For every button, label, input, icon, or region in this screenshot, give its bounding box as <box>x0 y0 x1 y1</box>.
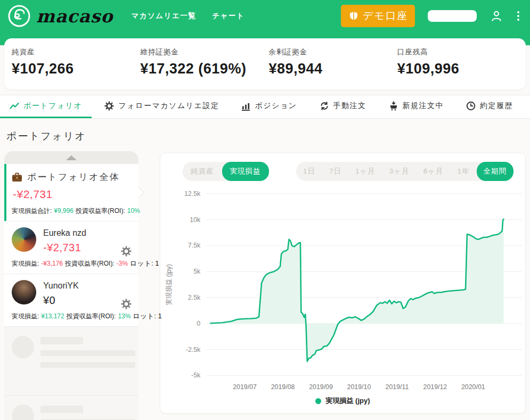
nav-chart[interactable]: チャート <box>212 11 244 21</box>
svg-text:-2.5k: -2.5k <box>186 346 201 353</box>
lot-label: ロット: 1 <box>130 259 159 268</box>
svg-text:2019/07: 2019/07 <box>233 383 257 391</box>
range-1m[interactable]: 1ヶ月 <box>348 162 382 181</box>
svg-text:7.5k: 7.5k <box>188 242 201 249</box>
settings-gear-button[interactable] <box>121 246 132 258</box>
sommelier-value: -¥2,731 <box>43 242 86 254</box>
demo-account-button[interactable]: デモ口座 <box>341 5 415 27</box>
stat-label: 余剰証拠金 <box>269 47 397 57</box>
range-7d[interactable]: 7日 <box>322 162 348 181</box>
tab-pending-orders[interactable]: 新規注文中 <box>379 95 454 118</box>
chevron-up-icon <box>66 155 77 160</box>
scroll-up-button[interactable] <box>4 151 138 164</box>
app-logo[interactable]: macaso <box>7 4 113 28</box>
kebab-menu-icon[interactable] <box>516 10 520 22</box>
settings-gear-button[interactable] <box>121 299 132 311</box>
svg-text:10k: 10k <box>190 216 201 224</box>
gear-icon <box>121 299 132 309</box>
svg-text:5k: 5k <box>193 268 201 275</box>
metric-toggle-group: 純資産 実現損益 <box>183 162 269 181</box>
demo-button-label: デモ口座 <box>363 9 408 23</box>
beginner-mark-icon <box>348 10 360 22</box>
range-1y[interactable]: 1年 <box>450 162 476 181</box>
stat-label: 維持証拠金 <box>140 47 268 57</box>
placeholder-avatar <box>12 405 34 420</box>
tab-label: 手動注文 <box>333 101 366 111</box>
sommelier-card-yunori[interactable]: YunoriYK ¥0 <box>4 274 138 326</box>
stat-label: 口座残高 <box>397 47 526 57</box>
tab-manual-order[interactable]: 手動注文 <box>310 95 376 118</box>
toggle-realized-pl[interactable]: 実現損益 <box>222 162 269 181</box>
sommelier-card-eureka[interactable]: Eureka nzd -¥2,731 <box>4 221 138 274</box>
svg-text:2019/10: 2019/10 <box>347 383 371 391</box>
tab-label: フォローマカソムリエ設定 <box>118 101 219 111</box>
avatar <box>12 280 36 304</box>
tab-follow-settings[interactable]: フォローマカソムリエ設定 <box>95 95 229 118</box>
clock-icon <box>466 101 476 111</box>
bar-chart-icon <box>241 102 250 111</box>
tab-label: ポートフォリオ <box>23 101 82 111</box>
svg-text:2019/09: 2019/09 <box>309 383 333 391</box>
svg-text:0: 0 <box>197 320 200 327</box>
svg-text:実現損益 (jpy): 実現損益 (jpy) <box>165 264 173 305</box>
gear-icon <box>104 101 114 111</box>
svg-text:2019/11: 2019/11 <box>386 383 409 391</box>
sommelier-name: Eureka nzd <box>43 228 86 238</box>
stat-excess-margin: 余剰証拠金 ¥89,944 <box>269 47 397 89</box>
pl-value: ¥13,172 <box>41 312 64 320</box>
summary-title: ポートフォリオ全体 <box>27 171 119 183</box>
range-3m[interactable]: 3ヶ月 <box>382 162 417 181</box>
portfolio-summary-card[interactable]: ポートフォリオ全体 -¥2,731 実現損益合計: ¥9,996 投資収益率(R… <box>4 164 138 221</box>
tab-label: 新規注文中 <box>403 101 444 111</box>
profit-chart: 12.5k10k7.5k5k2.5k0-2.5k-5k2019/072019/0… <box>160 187 525 394</box>
avatar <box>12 227 36 252</box>
user-icon[interactable] <box>490 9 503 23</box>
roi-label: 投資収益率(ROI): <box>67 312 116 321</box>
chart-legend: 実現損益 (jpy) <box>160 396 525 406</box>
range-6m[interactable]: 6ヶ月 <box>417 162 451 181</box>
roi-value: -3% <box>117 260 128 267</box>
summary-roi-label: 投資収益率(ROI): <box>76 207 125 216</box>
line-chart-icon <box>10 102 19 110</box>
app-header: macaso マカソムリエ一覧 チャート デモ口座 <box>0 0 530 32</box>
lot-label: ロット: 1 <box>133 311 161 321</box>
sommelier-name: YunoriYK <box>43 281 79 291</box>
summary-pl-value: ¥9,996 <box>54 207 74 215</box>
pl-label: 実現損益: <box>12 312 39 321</box>
svg-text:2019/12: 2019/12 <box>423 383 447 391</box>
legend-label: 実現損益 (jpy) <box>325 396 370 406</box>
logo-wordmark: macaso <box>36 6 113 27</box>
portfolio-sidebar: ポートフォリオ ポートフォリオ全体 -¥2,731 実現損益合計: <box>4 128 138 420</box>
time-range-group: 1日 7日 1ヶ月 3ヶ月 6ヶ月 1年 全期間 <box>296 162 513 181</box>
briefcase-icon <box>12 172 22 182</box>
nav-sommelier-list[interactable]: マカソムリエ一覧 <box>131 11 196 21</box>
summary-pl-label: 実現損益合計: <box>12 207 52 216</box>
sommelier-value: ¥0 <box>43 294 79 307</box>
summary-value: -¥2,731 <box>13 188 132 201</box>
svg-text:12.5k: 12.5k <box>184 190 201 197</box>
legend-dot-icon <box>315 398 321 404</box>
summary-roi-value: 10% <box>127 207 140 215</box>
macaso-bird-icon <box>7 4 31 28</box>
roi-label: 投資収益率(ROI): <box>65 259 115 268</box>
cart-arrow-down-icon <box>389 101 398 111</box>
pl-label: 実現損益: <box>12 259 39 268</box>
svg-text:2019/08: 2019/08 <box>271 383 295 391</box>
stat-value: ¥89,944 <box>269 61 397 77</box>
redacted-username <box>428 10 477 22</box>
tab-positions[interactable]: ポジション <box>232 95 306 118</box>
range-all[interactable]: 全期間 <box>477 162 514 181</box>
profit-chart-card: 純資産 実現損益 1日 7日 1ヶ月 3ヶ月 6ヶ月 1年 全期間 12.5k1… <box>160 153 526 414</box>
tab-portfolio[interactable]: ポートフォリオ <box>0 95 92 118</box>
range-1d[interactable]: 1日 <box>296 162 322 181</box>
roi-value: 13% <box>118 312 131 320</box>
tab-execution-history[interactable]: 約定履歴 <box>456 95 523 118</box>
page-title: ポートフォリオ <box>6 129 138 143</box>
svg-text:-5k: -5k <box>191 372 201 379</box>
gear-icon <box>121 246 132 257</box>
sync-icon <box>320 101 329 111</box>
stat-account-balance: 口座残高 ¥109,996 <box>397 47 526 89</box>
pl-value: -¥3,176 <box>41 260 63 267</box>
toggle-net-assets[interactable]: 純資産 <box>183 162 222 181</box>
loading-placeholder-row <box>4 395 138 420</box>
